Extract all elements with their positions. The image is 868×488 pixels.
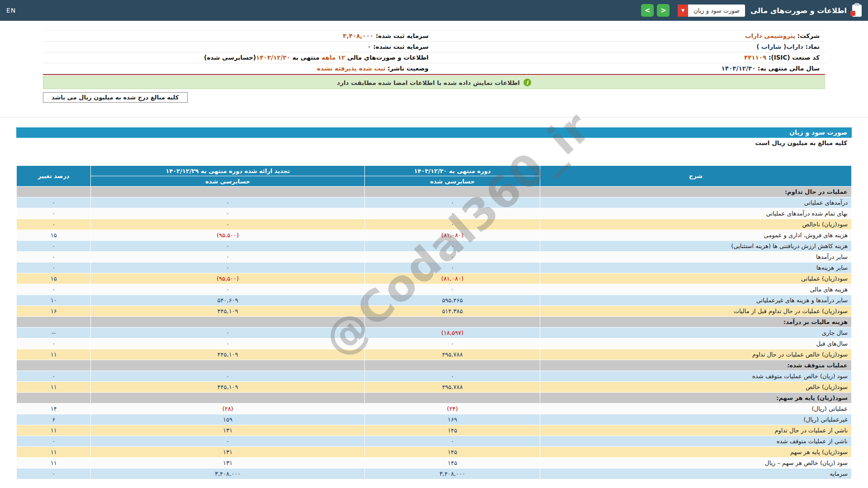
row-description: سود(زیان) خالص عملیات در حال تداوم <box>540 349 852 360</box>
table-row: سود(زیان) ناخالص ۰ ۰ ۰ <box>17 219 852 230</box>
row-description: عملیات در حال تداوم: <box>540 187 852 197</box>
row-change-percent: ۰ <box>17 263 91 273</box>
table-row: هزینه مالیات بر درآمد: <box>17 317 852 328</box>
table-row: سایر هزینه‌ها ۰ ۰ ۰ <box>17 263 852 273</box>
row-current-value: ۱۴۵ <box>365 425 540 436</box>
row-description: سود(زیان) پایه هر سهم: <box>540 393 852 404</box>
table-row: سال‌های قبل ۰ ۰ ۰ <box>17 338 852 349</box>
info-text-segment: داراب( شاراب ) <box>756 43 803 50</box>
row-restated-value: (۹۵,۵۰۰) <box>91 273 365 284</box>
row-current-value <box>365 360 540 371</box>
signature-match-text: اطلاعات نمایش داده شده با اطلاعات امضا ش… <box>337 79 520 86</box>
row-restated-value: ۰ <box>91 263 365 273</box>
row-current-value: ۴۹۵,۷۸۸ <box>365 349 540 360</box>
row-current-value: ۰ <box>365 197 540 208</box>
row-restated-value: ۴۴۵,۱۰۹ <box>91 382 365 393</box>
row-current-value: ۳,۴۰۸,۰۰۰ <box>365 469 540 479</box>
table-header: شرح دوره منتهی به ۱۴۰۳/۱۲/۳۰ تجدید ارائه… <box>17 166 852 187</box>
table-row: سود(زیان) پایه هر سهم: <box>17 393 852 404</box>
page-title: اطلاعات و صورت‌های مالی <box>750 6 847 15</box>
info-text-segment: وضعیت ناشر: <box>386 65 429 72</box>
row-change-percent: ۱۴ <box>17 404 91 414</box>
nav-back-button[interactable]: < <box>657 4 670 17</box>
info-text-segment: منتهی به <box>290 54 321 61</box>
info-text-segment: ۱۲ ماهه <box>321 54 345 61</box>
info-text-segment: کد صنعت (ISIC): <box>766 54 820 61</box>
row-description: سود(زیان) خالص <box>540 382 852 393</box>
table-row: سایر درآمدها و هزینه های غیرعملیاتی ۵۹۵,… <box>17 295 852 306</box>
row-change-percent <box>17 317 91 328</box>
row-description: هزینه کاهش ارزش دریافتنی ها (هزینه استثن… <box>540 241 852 252</box>
info-row: اطلاعات و صورت‌های مالی ۱۲ ماهه منتهی به… <box>43 52 434 63</box>
row-description: هزینه های مالی <box>540 284 852 295</box>
row-current-value: ۱۶۹ <box>365 414 540 425</box>
row-description: سود(زیان) ناخالص <box>540 219 852 230</box>
row-restated-value: ۰ <box>91 241 365 252</box>
statement-type-dropdown[interactable]: صورت سود و زیان ▼ <box>678 5 745 17</box>
col-subheader-current-audited: حسابرسی شده <box>365 176 540 187</box>
statement-nav: < > <box>641 4 670 17</box>
row-current-value: ۰ <box>365 252 540 263</box>
page: اطلاعات و صورت‌های مالی صورت سود و زیان … <box>0 0 868 479</box>
row-description: سود(زیان) عملیات در حال تداوم قبل از مال… <box>540 306 852 317</box>
info-icon: i <box>524 79 531 86</box>
signature-match-banner: i اطلاعات نمایش داده شده با اطلاعات امضا… <box>43 76 825 89</box>
table-row: سود(زیان) عملیات در حال تداوم قبل از مال… <box>17 306 852 317</box>
row-change-percent: ۱۱ <box>17 425 91 436</box>
info-row: سرمایه ثبت شده: ۳,۴۰۸,۰۰۰ <box>43 31 434 42</box>
row-current-value: ۰ <box>365 436 540 447</box>
row-change-percent: ۱۱ <box>17 458 91 469</box>
row-change-percent: ۰ <box>17 241 91 252</box>
row-current-value: ۴۹۵,۷۸۸ <box>365 382 540 393</box>
col-header-current-period: دوره منتهی به ۱۴۰۳/۱۲/۳۰ <box>365 166 540 176</box>
row-restated-value: ۰ <box>91 436 365 447</box>
row-change-percent <box>17 187 91 197</box>
table-row: سود(زیان) خالص ۴۹۵,۷۸۸ ۴۴۵,۱۰۹ ۱۱ <box>17 382 852 393</box>
row-change-percent: ۱۱ <box>17 447 91 458</box>
row-current-value <box>365 393 540 404</box>
row-description: هزینه مالیات بر درآمد: <box>540 317 852 328</box>
statement-subtitle: کلیه مبالغ به میلیون ریال است <box>16 138 852 148</box>
row-restated-value: ۰ <box>91 252 365 263</box>
table-row: بهای تمام شده درآمدهای عملیاتی ۰ ۰ ۰ <box>17 208 852 219</box>
row-restated-value <box>91 393 365 404</box>
row-change-percent: ۱۶ <box>17 306 91 317</box>
clipboard-icon[interactable] <box>852 5 862 17</box>
row-change-percent: ۱۱ <box>17 349 91 360</box>
caret-down-icon: ▼ <box>678 5 688 17</box>
row-restated-value: ۱۳۱ <box>91 425 365 436</box>
language-toggle-en[interactable]: EN <box>6 7 16 14</box>
table-row: هزینه کاهش ارزش دریافتنی ها (هزینه استثن… <box>17 241 852 252</box>
info-text-segment: ۳,۴۰۸,۰۰۰ <box>343 32 373 39</box>
row-description: سایر درآمدها <box>540 252 852 263</box>
row-current-value: (۱۸,۵۹۷) <box>365 328 540 338</box>
row-change-percent: ۶ <box>17 414 91 425</box>
company-header-zone: شرکت: پتروشیمی دارابنماد: داراب( شاراب )… <box>43 30 825 103</box>
red-divider-line <box>43 74 825 75</box>
row-change-percent: ۰ <box>17 219 91 230</box>
table-row: سرمایه ۳,۴۰۸,۰۰۰ ۳,۴۰۸,۰۰۰ ۰ <box>17 469 852 479</box>
row-restated-value: ۱۳۱ <box>91 447 365 458</box>
table-row: غیرعملیاتی (ریال) ۱۶۹ ۱۵۹ ۶ <box>17 414 852 425</box>
col-header-restated-period: تجدید ارائه شده دوره منتهی به ۱۴۰۲/۱۲/۲۹ <box>91 166 365 176</box>
row-description: سال‌های قبل <box>540 338 852 349</box>
row-change-percent: ۱۵ <box>17 273 91 284</box>
row-change-percent <box>17 360 91 371</box>
info-text-segment: (حسابرسی شده) <box>204 54 256 61</box>
row-restated-value: (۲۸) <box>91 404 365 414</box>
nav-forward-button[interactable]: > <box>641 4 654 17</box>
row-current-value: (۲۴) <box>365 404 540 414</box>
income-statement-table: شرح دوره منتهی به ۱۴۰۳/۱۲/۳۰ تجدید ارائه… <box>16 165 852 479</box>
col-header-change-percent: درصد تغییر <box>17 166 91 187</box>
row-description: سرمایه <box>540 469 852 479</box>
table-row: عملیاتی (ریال) (۲۴) (۲۸) ۱۴ <box>17 404 852 414</box>
table-row: درآمدهای عملیاتی ۰ ۰ ۰ <box>17 197 852 208</box>
row-restated-value: ۴۴۵,۱۰۹ <box>91 349 365 360</box>
info-text-segment: سال مالی منتهی به: <box>755 65 820 72</box>
row-restated-value: ۱۵۹ <box>91 414 365 425</box>
row-description: سایر هزینه‌ها <box>540 263 852 273</box>
section-divider <box>0 117 868 117</box>
row-restated-value <box>91 360 365 371</box>
row-change-percent: ۰ <box>17 436 91 447</box>
row-description: بهای تمام شده درآمدهای عملیاتی <box>540 208 852 219</box>
